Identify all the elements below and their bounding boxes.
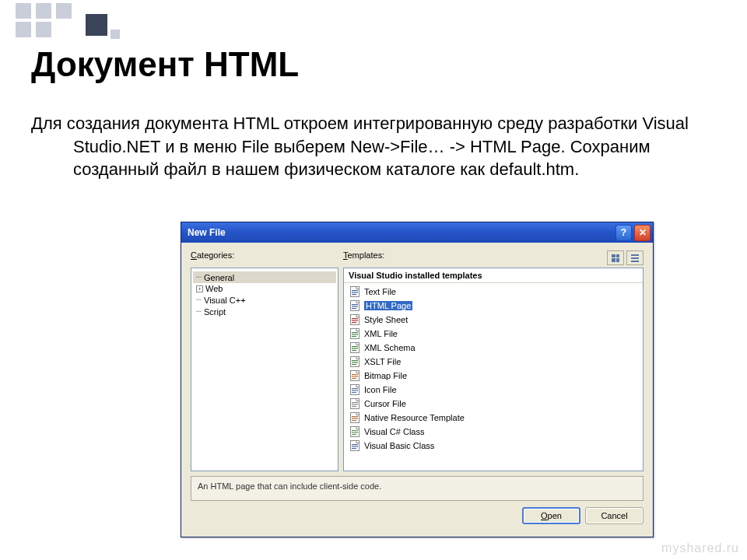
template-label: XSLT File: [364, 357, 401, 366]
dialog-titlebar[interactable]: New File ? ✕: [181, 222, 653, 243]
template-native-resource-template[interactable]: Native Resource Template: [347, 411, 640, 425]
svg-rect-37: [352, 416, 358, 417]
category-script[interactable]: ┄Script: [193, 306, 336, 317]
category-web[interactable]: +Web: [193, 283, 336, 294]
svg-rect-33: [352, 402, 358, 403]
svg-rect-44: [351, 441, 359, 451]
svg-rect-4: [351, 301, 359, 311]
open-button[interactable]: Open: [522, 507, 580, 524]
templates-list[interactable]: Visual Studio installed templates Text F…: [343, 268, 644, 471]
template-xml-schema[interactable]: XML Schema: [347, 341, 640, 355]
dialog-title: New File: [188, 227, 226, 238]
svg-rect-46: [352, 446, 358, 447]
slide-body: Для создания документа HTML откроем инте…: [31, 112, 708, 181]
svg-rect-19: [352, 350, 356, 351]
template-label: HTML Page: [364, 301, 412, 310]
html-page-icon: [349, 299, 361, 312]
template-visual-basic-class[interactable]: Visual Basic Class: [347, 439, 640, 453]
slide-decor: [0, 0, 747, 37]
description-panel: An HTML page that can include client-sid…: [191, 476, 644, 501]
categories-label: Categories:: [191, 250, 343, 265]
template-label: XML Schema: [364, 343, 416, 352]
template-xml-file[interactable]: XML File: [347, 327, 640, 341]
svg-rect-0: [351, 287, 359, 297]
template-label: Cursor File: [364, 399, 406, 408]
template-text-file[interactable]: Text File: [347, 285, 640, 299]
svg-rect-45: [352, 444, 358, 445]
svg-rect-17: [352, 346, 358, 347]
template-label: Visual C# Class: [364, 427, 424, 436]
svg-rect-7: [352, 308, 356, 309]
svg-rect-42: [352, 432, 358, 433]
icon-file-icon: [349, 383, 361, 396]
category-label: Script: [204, 307, 226, 317]
large-icons-view-button[interactable]: [607, 250, 624, 265]
xml-file-icon: [349, 327, 361, 340]
svg-rect-5: [352, 304, 358, 305]
svg-rect-18: [352, 348, 358, 349]
svg-rect-41: [352, 430, 358, 431]
vb-class-icon: [349, 439, 361, 452]
template-bitmap-file[interactable]: Bitmap File: [347, 369, 640, 383]
svg-rect-20: [351, 357, 359, 367]
slide-title: Документ HTML: [31, 45, 299, 84]
grid-icon: [612, 254, 619, 262]
svg-rect-43: [352, 434, 356, 435]
svg-rect-16: [351, 343, 359, 353]
svg-rect-38: [352, 418, 358, 419]
close-icon: ✕: [639, 227, 647, 238]
svg-rect-11: [352, 322, 356, 323]
category-label: Web: [205, 284, 223, 293]
svg-rect-47: [352, 448, 356, 449]
svg-rect-28: [351, 385, 359, 395]
bitmap-file-icon: [349, 369, 361, 382]
template-xslt-file[interactable]: XSLT File: [347, 355, 640, 369]
template-html-page[interactable]: HTML Page: [347, 299, 640, 313]
svg-rect-40: [351, 427, 359, 437]
svg-rect-22: [352, 362, 358, 363]
cursor-file-icon: [349, 397, 361, 410]
expand-icon[interactable]: +: [196, 285, 203, 292]
svg-rect-30: [352, 390, 358, 391]
small-icons-view-button[interactable]: [626, 250, 644, 265]
slide-body-text: Для создания документа HTML откроем инте…: [31, 112, 708, 181]
xslt-file-icon: [349, 355, 361, 368]
template-label: XML File: [364, 329, 398, 338]
category-general[interactable]: ┄General: [193, 271, 336, 283]
category-visual-c-[interactable]: ┄Visual C++: [193, 294, 336, 306]
template-visual-c-class[interactable]: Visual C# Class: [347, 425, 640, 439]
svg-rect-39: [352, 420, 356, 421]
svg-rect-13: [352, 332, 358, 333]
style-sheet-icon: [349, 313, 361, 326]
cancel-button[interactable]: Cancel: [585, 507, 644, 524]
svg-rect-35: [352, 406, 356, 407]
svg-rect-8: [351, 315, 359, 325]
template-cursor-file[interactable]: Cursor File: [347, 397, 640, 411]
tree-branch-icon: ┄: [196, 295, 200, 305]
template-label: Bitmap File: [364, 371, 407, 380]
template-label: Native Resource Template: [364, 413, 465, 422]
svg-rect-1: [352, 290, 358, 291]
categories-tree[interactable]: ┄General+Web┄Visual C++┄Script: [191, 268, 338, 471]
svg-rect-27: [352, 378, 356, 379]
category-label: Visual C++: [204, 296, 246, 305]
svg-rect-25: [352, 374, 358, 375]
text-file-icon: [349, 285, 361, 298]
svg-rect-9: [352, 318, 358, 319]
templates-label: Templates:: [343, 250, 607, 265]
template-icon-file[interactable]: Icon File: [347, 383, 640, 397]
svg-rect-14: [352, 334, 358, 335]
watermark: myshared.ru: [661, 541, 739, 555]
close-button[interactable]: ✕: [634, 225, 651, 241]
svg-rect-3: [352, 294, 356, 295]
svg-rect-31: [352, 392, 356, 393]
csharp-class-icon: [349, 425, 361, 438]
svg-rect-12: [351, 329, 359, 339]
resource-template-icon: [349, 411, 361, 424]
svg-rect-2: [352, 292, 358, 293]
template-label: Text File: [364, 287, 396, 296]
svg-rect-15: [352, 336, 356, 337]
template-style-sheet[interactable]: Style Sheet: [347, 313, 640, 327]
help-button[interactable]: ?: [615, 225, 632, 241]
tree-branch-icon: ┄: [196, 306, 200, 317]
